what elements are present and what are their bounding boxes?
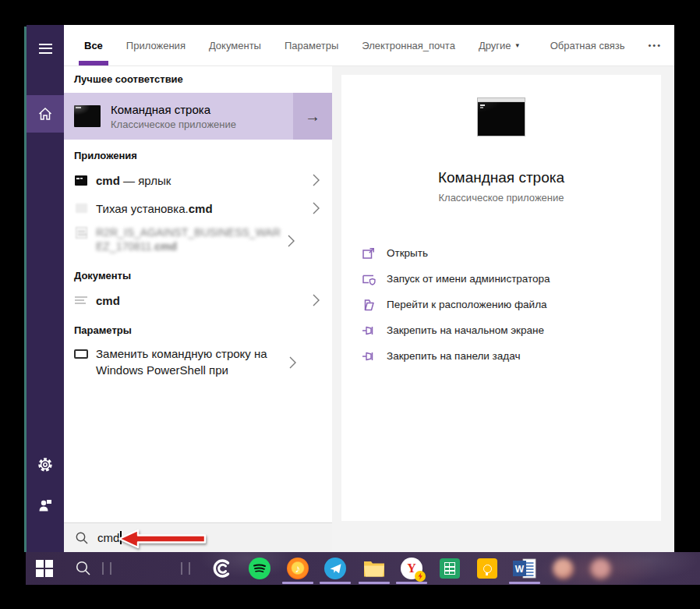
- sheets-icon: [440, 558, 460, 579]
- separator-icon: [181, 562, 190, 575]
- taskbar: ♪ Y: [26, 552, 700, 585]
- action-pin-to-start[interactable]: Закрепить на начальном экране: [362, 317, 661, 343]
- gear-icon: [37, 456, 54, 473]
- telegram-icon: [324, 558, 346, 579]
- cmd-icon: [75, 175, 87, 186]
- result-row-blurred-file[interactable]: R2R_IS_AGAINST_BUSINESS_WAREZ_170811.cmd: [64, 222, 332, 260]
- preview-card: Командная строка Классическое приложение…: [341, 75, 661, 521]
- document-icon: [75, 296, 87, 305]
- file-icon-blurred: [76, 227, 87, 239]
- chevron-right-icon: [289, 356, 296, 369]
- result-title: cmd: [96, 294, 306, 307]
- best-match-title: Командная строка: [111, 103, 293, 116]
- sidebar-item-home[interactable]: [27, 95, 64, 133]
- spiral-c-icon: [211, 558, 233, 579]
- hamburger-menu-button[interactable]: [27, 34, 64, 62]
- taskbar-app-yandex-browser[interactable]: Y: [394, 552, 429, 585]
- taskbar-separator: [90, 552, 124, 585]
- home-icon: [37, 106, 53, 122]
- section-header-settings: Параметры: [64, 314, 332, 336]
- keep-lightbulb-icon: [477, 558, 497, 579]
- search-input[interactable]: cmd: [64, 522, 332, 552]
- right-arrow-icon: →: [305, 108, 320, 126]
- result-row-silent-install[interactable]: Тихая установка.cmd: [64, 194, 332, 222]
- tab-apps[interactable]: Приложения: [126, 25, 186, 66]
- search-sidebar: [27, 25, 64, 552]
- lightning-badge-icon: [415, 571, 426, 582]
- tabbar-right: Обратная связь •••: [550, 25, 662, 66]
- result-row-cmd-document[interactable]: cmd: [64, 286, 332, 314]
- taskbar-app-spiral-c[interactable]: [205, 552, 239, 585]
- tab-settings[interactable]: Параметры: [285, 25, 338, 66]
- expand-preview-button[interactable]: →: [293, 93, 332, 140]
- search-filter-tabs: Все Приложения Документы Параметры Элект…: [64, 25, 674, 66]
- taskbar-app-yandex-music[interactable]: ♪: [281, 552, 315, 585]
- search-icon: [75, 531, 89, 545]
- separator-icon: [102, 562, 111, 575]
- best-match-text: Командная строка Классическое приложение: [111, 103, 293, 130]
- result-title: cmd — ярлык: [96, 174, 306, 187]
- taskbar-app-google-keep[interactable]: [470, 552, 504, 585]
- result-title: Тихая установка.cmd: [96, 202, 306, 215]
- blurred-app-icon: [553, 558, 574, 579]
- chevron-right-icon: [288, 235, 295, 247]
- word-icon: W: [513, 558, 536, 579]
- chevron-right-icon: [313, 294, 320, 306]
- pin-icon: [362, 349, 376, 363]
- tab-documents[interactable]: Документы: [209, 25, 261, 66]
- blurred-app-icon: [590, 558, 611, 579]
- spotify-icon: [249, 558, 270, 579]
- sidebar-item-settings[interactable]: [27, 451, 64, 479]
- context-actions: Открыть Запуск от имени администратора: [341, 240, 661, 369]
- admin-shield-icon: [362, 272, 376, 286]
- screen: Все Приложения Документы Параметры Элект…: [0, 0, 700, 609]
- best-match-subtitle: Классическое приложение: [111, 119, 293, 130]
- feedback-link[interactable]: Обратная связь: [550, 40, 625, 51]
- taskbar-app-telegram[interactable]: [318, 552, 352, 585]
- preview-panel: Командная строка Классическое приложение…: [332, 66, 674, 552]
- taskbar-app-spotify[interactable]: [242, 552, 277, 585]
- taskbar-app-file-explorer[interactable]: [357, 552, 391, 585]
- music-icon: ♪: [287, 558, 309, 579]
- open-icon: [362, 246, 376, 260]
- action-run-as-admin[interactable]: Запуск от имени администратора: [362, 266, 661, 292]
- cmd-window-icon: [74, 105, 101, 127]
- pin-icon: [362, 324, 376, 338]
- sidebar-item-feedback[interactable]: [27, 491, 64, 519]
- windows-logo-icon: [36, 560, 53, 577]
- svg-text:W: W: [515, 564, 525, 575]
- taskbar-app-word[interactable]: W: [507, 552, 542, 585]
- yandex-browser-icon: Y: [401, 558, 422, 579]
- action-pin-to-taskbar[interactable]: Закрепить на панели задач: [362, 343, 661, 369]
- more-options-button[interactable]: •••: [648, 41, 662, 50]
- preview-title: Командная строка: [341, 169, 661, 186]
- hamburger-icon: [39, 44, 52, 54]
- search-results-panel: Лучшее соответствие Командная строка Кла…: [64, 66, 332, 522]
- tab-more-filters[interactable]: Другие ▾: [479, 25, 519, 66]
- result-title-blurred: R2R_IS_AGAINST_BUSINESS_WAREZ_170811.cmd: [96, 225, 281, 253]
- result-row-replace-cmd-powershell[interactable]: Заменить командную строку на Windows Pow…: [64, 342, 332, 380]
- taskbar-separator: [168, 552, 203, 585]
- setting-icon: [74, 349, 88, 359]
- section-header-best-match: Лучшее соответствие: [64, 66, 332, 85]
- section-header-apps: Приложения: [64, 140, 332, 161]
- tab-email[interactable]: Электронная_почта: [362, 25, 455, 66]
- taskbar-app-google-sheets[interactable]: [433, 552, 467, 585]
- chevron-right-icon: [313, 174, 320, 186]
- preview-subtitle: Классическое приложение: [341, 192, 661, 204]
- action-open-file-location[interactable]: Перейти к расположению файла: [362, 292, 661, 317]
- cmd-window-icon-large: [477, 97, 525, 136]
- best-match-row[interactable]: Командная строка Классическое приложение…: [64, 93, 332, 140]
- red-arrow-annotation: [117, 528, 209, 550]
- tab-all[interactable]: Все: [84, 25, 103, 66]
- taskbar-app-blurred-2[interactable]: [583, 552, 617, 585]
- file-location-icon: [362, 298, 376, 312]
- file-icon: [76, 204, 87, 213]
- action-open[interactable]: Открыть: [362, 240, 661, 266]
- chevron-right-icon: [313, 202, 320, 214]
- taskbar-app-blurred-1[interactable]: [546, 552, 580, 585]
- windows-search-flyout: Все Приложения Документы Параметры Элект…: [27, 25, 674, 552]
- start-button[interactable]: [27, 552, 62, 585]
- result-title: Заменить командную строку на Windows Pow…: [96, 345, 283, 378]
- result-row-cmd-shortcut[interactable]: cmd — ярлык: [64, 166, 332, 194]
